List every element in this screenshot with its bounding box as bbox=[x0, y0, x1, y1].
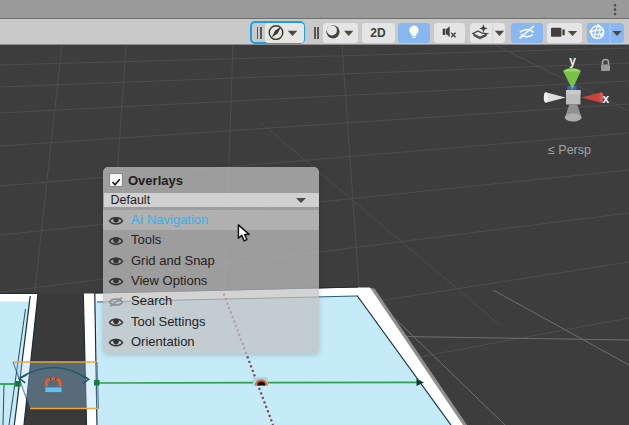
svg-text:≤ Persp: ≤ Persp bbox=[548, 143, 591, 157]
svg-text:x: x bbox=[602, 92, 609, 106]
svg-text:y: y bbox=[569, 54, 576, 68]
